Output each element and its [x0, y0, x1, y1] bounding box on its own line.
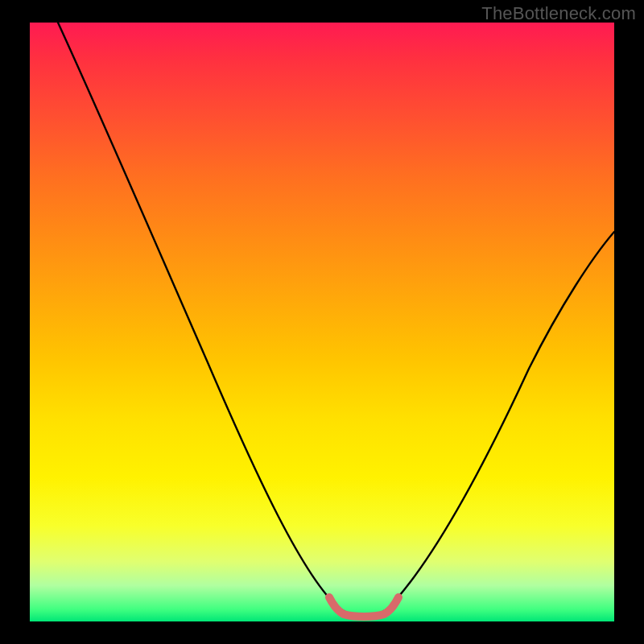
chart-svg: [30, 23, 614, 621]
chart-frame: TheBottleneck.com: [0, 0, 644, 644]
plateau-highlight: [329, 597, 398, 617]
bottleneck-curve: [58, 23, 614, 616]
plot-area: [30, 23, 614, 621]
watermark-text: TheBottleneck.com: [481, 3, 636, 24]
